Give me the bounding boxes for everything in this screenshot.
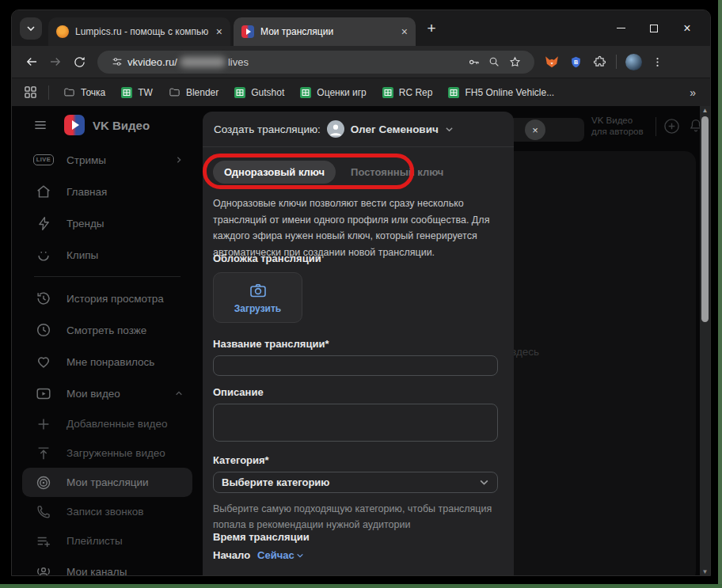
sidebar-item-home[interactable]: Главная <box>22 176 192 207</box>
page-scrollbar[interactable]: ▲ ▼ <box>700 106 710 576</box>
profile-avatar[interactable] <box>622 51 644 73</box>
site-settings-icon[interactable] <box>107 51 127 72</box>
sidebar-item-call-records[interactable]: Записи звонков <box>22 497 192 526</box>
bookmark-star-icon[interactable] <box>504 51 525 72</box>
sidebar-item-label: Мои видео <box>66 388 120 400</box>
plus-circle-icon <box>663 117 681 135</box>
apps-grid-icon[interactable] <box>21 84 39 101</box>
forward-button[interactable] <box>44 50 67 74</box>
tab-broadcasts[interactable]: Мои трансляции × <box>234 17 416 46</box>
sidebar-item-my-videos[interactable]: Мои видео <box>22 377 192 409</box>
svg-text:B: B <box>573 59 577 65</box>
search-clear-button[interactable]: × <box>525 119 545 140</box>
bookmark-tw[interactable]: TW <box>116 85 158 101</box>
account-avatar <box>327 120 344 138</box>
heart-icon <box>34 352 53 371</box>
bookmarks-divider <box>48 85 49 100</box>
bookmark-rc-rep[interactable]: RC Rep <box>378 85 438 101</box>
tab-search-button[interactable] <box>20 17 42 40</box>
scrollbar-up-arrow[interactable]: ▲ <box>700 107 710 114</box>
tab-close-icon[interactable]: × <box>401 26 408 37</box>
extensions-puzzle-icon[interactable] <box>588 51 610 73</box>
shield-extension-icon[interactable]: B <box>564 51 587 73</box>
bookmark-ocenki-igr[interactable]: Оценки игр <box>295 85 370 101</box>
category-select[interactable]: Выберите категорию <box>213 472 498 493</box>
scrollbar-down-arrow[interactable]: ▼ <box>700 568 710 575</box>
bookmarks-bar: Точка TW Blender Gutshot Оценки игр RC R… <box>12 78 710 106</box>
sidebar-item-uploaded-videos[interactable]: Загруженные видео <box>22 438 192 468</box>
avatar-image <box>625 54 642 70</box>
spreadsheet-icon <box>382 87 393 98</box>
password-key-icon[interactable] <box>463 51 484 72</box>
bookmark-label: RC Rep <box>399 87 433 98</box>
bookmark-fh5[interactable]: FH5 Online Vehicle... <box>443 85 559 101</box>
bookmark-gutshot[interactable]: Gutshot <box>230 85 289 101</box>
start-now-dropdown[interactable]: Сейчас <box>257 549 304 561</box>
page-content: здесь VK Видео LIVE Стримы <box>12 106 710 576</box>
tab-one-time-key[interactable]: Одноразовый ключ <box>213 161 336 184</box>
scrollbar-thumb[interactable] <box>701 116 709 322</box>
sidebar-item-liked[interactable]: Мне понравилось <box>22 346 192 377</box>
close-button[interactable]: × <box>671 17 704 40</box>
home-icon <box>34 182 53 201</box>
menu-hamburger-icon[interactable] <box>32 117 48 133</box>
bookmark-blender[interactable]: Blender <box>164 84 223 101</box>
description-textarea[interactable] <box>213 404 498 442</box>
sidebar-item-streams[interactable]: LIVE Стримы <box>22 144 192 176</box>
minimize-button[interactable] <box>604 17 637 40</box>
chevron-down-icon <box>296 552 304 560</box>
sidebar-item-label: Тренды <box>66 218 104 230</box>
sidebar-item-label: История просмотра <box>66 293 164 305</box>
chevron-up-icon <box>175 389 183 397</box>
sidebar-item-trends[interactable]: Тренды <box>22 207 192 239</box>
reload-button[interactable] <box>67 50 91 74</box>
sidebar-item-added-videos[interactable]: Добавленные видео <box>22 409 192 438</box>
chevron-right-icon <box>175 156 183 164</box>
back-button[interactable] <box>20 50 44 74</box>
fox-extension-icon[interactable] <box>541 51 563 73</box>
clock-icon <box>34 321 53 340</box>
new-tab-button[interactable]: + <box>420 17 443 40</box>
maximize-button[interactable] <box>637 17 671 40</box>
zoom-icon[interactable] <box>484 51 504 72</box>
bookmarks-overflow-button[interactable]: » <box>685 86 701 99</box>
url-site: vkvideo.ru/ <box>127 56 177 68</box>
tab-permanent-key[interactable]: Постоянный ключ <box>351 166 443 178</box>
toolbar-divider <box>616 55 617 69</box>
create-broadcast-modal: Создать трансляцию: Олег Семенович Однор… <box>203 112 514 576</box>
sidebar-item-history[interactable]: История просмотра <box>22 283 192 314</box>
history-icon <box>34 289 53 308</box>
vk-video-authors-link[interactable]: VK Видео для авторов <box>591 115 644 137</box>
address-bar[interactable]: vkvideo.ru/ lives <box>97 51 534 74</box>
sidebar-item-watch-later[interactable]: Смотреть позже <box>22 314 192 346</box>
background-partial-text: здесь <box>511 346 539 358</box>
upload-icon <box>34 444 53 463</box>
chevron-down-icon <box>26 24 36 33</box>
url-suffix: lives <box>228 56 249 68</box>
account-chevron-down-icon[interactable] <box>445 125 454 134</box>
broadcast-name-label: Название трансляции* <box>213 338 329 350</box>
upload-cover-button[interactable]: Загрузить <box>213 272 302 323</box>
broadcast-name-input[interactable] <box>213 355 498 376</box>
account-name[interactable]: Олег Семенович <box>351 123 439 135</box>
sidebar-item-my-channels[interactable]: Мои каналы <box>22 556 192 576</box>
tab-lumpics[interactable]: Lumpics.ru - помощь с компью × <box>48 17 230 46</box>
key-description-text: Одноразовые ключи позволяют вести сразу … <box>213 195 500 260</box>
vk-video-logo[interactable]: VK Видео <box>64 115 150 135</box>
sidebar-item-playlists[interactable]: Плейлисты <box>22 526 192 556</box>
bookmark-label: Оценки игр <box>317 87 366 98</box>
sidebar-item-label: Клипы <box>66 249 98 261</box>
header-divider <box>656 117 656 136</box>
bookmark-tochka[interactable]: Точка <box>59 84 110 101</box>
tab-close-icon[interactable]: × <box>216 26 222 37</box>
start-label: Начало <box>213 549 250 561</box>
sidebar-item-my-broadcasts[interactable]: Мои трансляции <box>22 468 192 497</box>
tab-title: Lumpics.ru - помощь с компью <box>75 26 210 37</box>
cover-label: Обложка трансляции <box>213 252 321 264</box>
create-plus-button[interactable] <box>663 117 681 138</box>
video-box-icon <box>34 384 53 403</box>
browser-menu-button[interactable] <box>646 51 668 73</box>
sidebar-item-clips[interactable]: Клипы <box>22 239 192 271</box>
sidebar-item-label: Главная <box>66 186 107 198</box>
sidebar-item-label: Мне понравилось <box>66 356 154 368</box>
